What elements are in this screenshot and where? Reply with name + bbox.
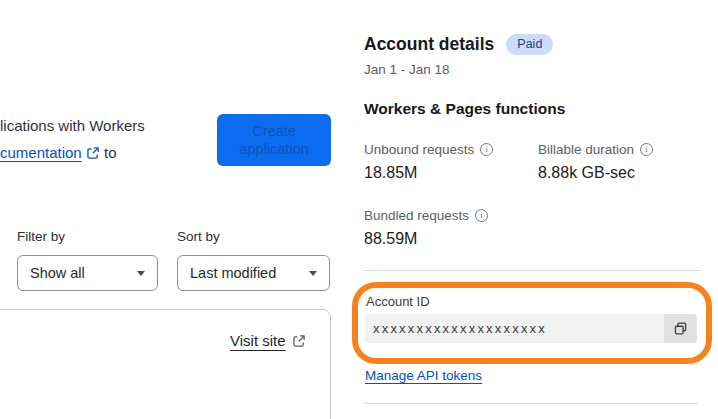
stat-bundled-requests: Bundled requests i 88.59M [364,208,488,248]
account-id-input[interactable] [365,314,664,343]
account-details-header: Account details Paid [364,34,553,55]
external-link-icon [86,146,100,160]
visit-site-link[interactable]: Visit site [230,332,306,349]
info-icon[interactable]: i [480,143,493,156]
stat-value: 8.88k GB-sec [538,164,653,182]
sort-dropdown[interactable]: Last modified [177,255,330,291]
external-link-icon [292,334,306,348]
stat-value: 88.59M [364,230,488,248]
sort-by-label: Sort by [177,229,220,244]
documentation-link[interactable]: cumentation [0,144,82,161]
create-button-label-line2: application [239,141,308,157]
create-application-button[interactable]: Create application [217,114,331,166]
chevron-down-icon [137,271,145,276]
create-button-label-line1: Create [252,123,296,139]
stat-unbound-requests: Unbound requests i 18.85M [364,142,493,182]
account-id-field [365,314,697,343]
copy-icon [673,321,688,336]
divider [364,270,702,271]
page: lications with Workers cumentation to Cr… [0,0,718,419]
info-icon[interactable]: i [640,143,653,156]
account-id-label: Account ID [366,294,430,309]
filter-dropdown-value: Show all [30,265,85,281]
visit-site-label: Visit site [230,332,286,349]
info-icon[interactable]: i [475,209,488,222]
intro-suffix: to [104,144,117,161]
stat-label: Unbound requests [364,142,474,157]
paid-badge: Paid [506,34,553,55]
chevron-down-icon [309,271,317,276]
account-details-title: Account details [364,34,494,55]
intro-text: lications with Workers [0,117,145,134]
stat-value: 18.85M [364,164,493,182]
manage-api-tokens-link[interactable]: Manage API tokens [365,368,482,383]
projects-card: Visit site [0,309,331,419]
section-title: Workers & Pages functions [364,100,565,118]
filter-by-label: Filter by [17,229,65,244]
intro-text-line2: cumentation to [0,143,117,163]
stat-billable-duration: Billable duration i 8.88k GB-sec [538,142,653,182]
copy-button[interactable] [664,314,697,343]
intro-text-line1: lications with Workers [0,116,145,136]
stat-label: Bundled requests [364,208,469,223]
filter-dropdown[interactable]: Show all [17,255,158,291]
sort-dropdown-value: Last modified [190,265,276,281]
date-range: Jan 1 - Jan 18 [364,62,450,77]
divider [364,403,698,404]
stat-label: Billable duration [538,142,634,157]
